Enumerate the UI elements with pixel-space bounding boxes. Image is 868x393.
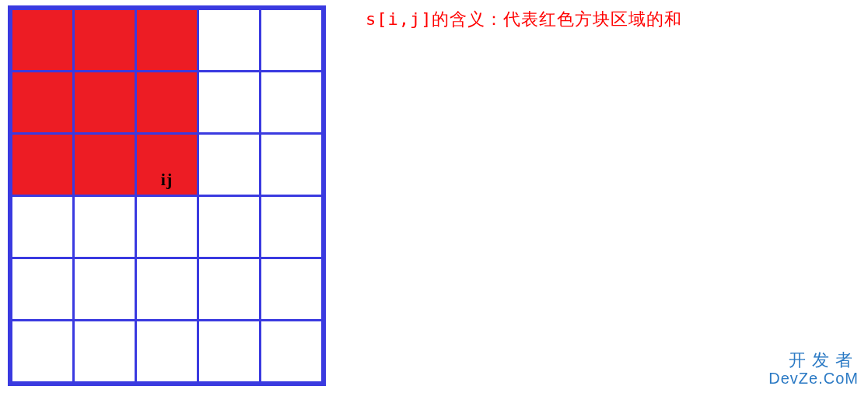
grid-cell	[198, 196, 261, 258]
grid-cell	[261, 9, 323, 72]
grid-cell	[136, 9, 198, 72]
diagram-canvas: ij s[i,j]的含义：代表红色方块区域的和 开发者 DevZe.CoM	[0, 0, 868, 393]
grid-cell	[261, 196, 323, 258]
grid-table: ij	[10, 8, 324, 384]
grid-cell	[74, 196, 136, 258]
grid-cell	[12, 321, 74, 383]
grid-cell	[136, 258, 198, 321]
grid-cell	[74, 321, 136, 383]
grid-cell	[74, 9, 136, 72]
grid-cell	[198, 72, 261, 134]
grid-cell	[74, 72, 136, 134]
grid-cell	[12, 258, 74, 321]
watermark-line2: DevZe.CoM	[768, 370, 859, 387]
watermark-line1: 开发者	[768, 351, 859, 370]
cell-marker-label: ij	[161, 170, 173, 190]
grid-cell	[198, 258, 261, 321]
grid-cell	[12, 72, 74, 134]
grid-cell	[261, 321, 323, 383]
grid-cell	[136, 72, 198, 134]
grid-cell	[261, 134, 323, 196]
grid-cell	[136, 321, 198, 383]
grid-cell	[261, 258, 323, 321]
grid-cell	[12, 9, 74, 72]
grid-cell	[198, 9, 261, 72]
grid-cell	[136, 196, 198, 258]
prefix-sum-grid: ij	[8, 5, 326, 386]
grid-cell	[261, 72, 323, 134]
watermark: 开发者 DevZe.CoM	[768, 351, 859, 387]
grid-cell	[74, 258, 136, 321]
grid-cell	[74, 134, 136, 196]
grid-cell	[12, 134, 74, 196]
grid-cell	[198, 321, 261, 383]
caption-text: s[i,j]的含义：代表红色方块区域的和	[366, 8, 682, 31]
grid-cell	[198, 134, 261, 196]
grid-cell: ij	[136, 134, 198, 196]
grid-cell	[12, 196, 74, 258]
